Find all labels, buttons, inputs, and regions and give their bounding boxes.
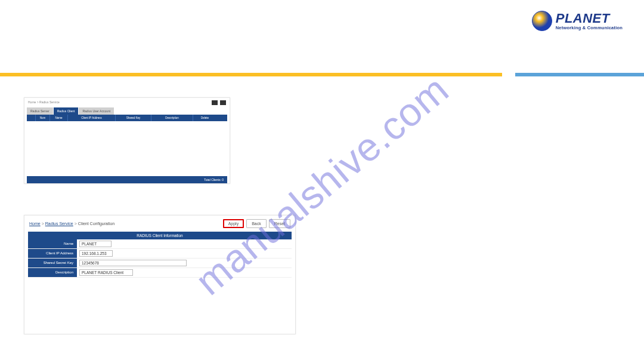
label-key: Shared Secret Key — [28, 259, 77, 267]
tab-radius-server[interactable]: Radius Server — [27, 107, 53, 115]
desc-field[interactable] — [79, 269, 133, 276]
key-field[interactable] — [79, 260, 187, 266]
radius-client-list-panel: Home > Radius Service Radius Server Radi… — [24, 97, 230, 184]
row-desc: Description — [28, 268, 292, 278]
row-ip: Client IP Address — [28, 249, 292, 259]
add-icon[interactable] — [212, 100, 218, 105]
col-delete: Delete — [193, 115, 216, 121]
breadcrumb: Home > Radius Service — [24, 98, 230, 106]
label-ip: Client IP Address — [28, 249, 77, 258]
action-buttons: Apply Back Reset — [223, 219, 290, 228]
breadcrumb: Home > Radius Service > Client Configura… — [29, 222, 114, 226]
col-checkbox — [27, 115, 35, 121]
brand-subtitle: Networking & Communication — [556, 25, 623, 30]
reset-button[interactable]: Reset — [269, 219, 290, 228]
label-desc: Description — [28, 268, 77, 277]
planet-globe-icon — [532, 11, 552, 31]
crumb-radius-service[interactable]: Radius Service — [45, 222, 73, 226]
table-header: Num Name Client IP Address Shared Key De… — [27, 115, 227, 121]
col-key: Shared Key — [115, 115, 151, 121]
brand-title: PLANET — [556, 12, 623, 25]
crumb-current: Client Configuration — [78, 222, 114, 226]
client-config-panel: Home > Radius Service > Client Configura… — [24, 215, 296, 334]
col-desc: Description — [151, 115, 193, 121]
section-header: RADIUS Client Information — [28, 232, 292, 239]
tab-radius-user-account[interactable]: Radius User Account — [79, 107, 114, 115]
page-divider — [0, 73, 644, 76]
apply-button[interactable]: Apply — [223, 219, 244, 228]
brand-text: PLANET Networking & Communication — [556, 12, 623, 30]
panel-action-icons — [212, 100, 226, 105]
col-name: Name — [49, 115, 67, 121]
row-key: Shared Secret Key — [28, 259, 292, 268]
col-ip: Client IP Address — [67, 115, 115, 121]
brand-logo: PLANET Networking & Communication — [532, 11, 623, 31]
row-name: Name — [28, 239, 292, 249]
tab-bar: Radius Server Radius Client Radius User … — [27, 107, 227, 115]
label-name: Name — [28, 239, 77, 248]
delete-icon[interactable] — [220, 100, 226, 105]
tab-radius-client[interactable]: Radius Client — [54, 107, 79, 115]
table-footer: Total Clients: 0 — [27, 176, 227, 183]
name-field[interactable] — [79, 241, 112, 247]
back-button[interactable]: Back — [246, 219, 267, 228]
crumb-home[interactable]: Home — [29, 222, 41, 226]
col-num: Num — [35, 115, 49, 121]
ip-field[interactable] — [79, 250, 113, 257]
